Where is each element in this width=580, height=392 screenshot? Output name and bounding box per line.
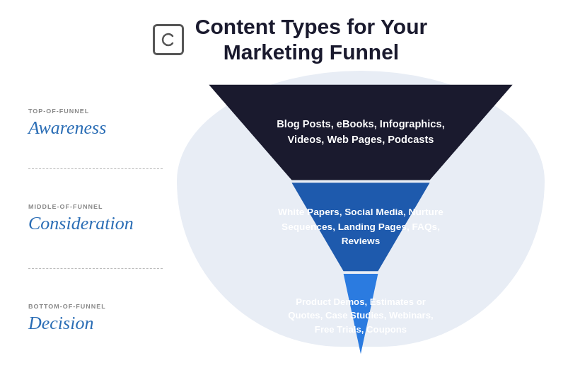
- funnel-wrapper: Blog Posts, eBooks, Infographics, Videos…: [163, 78, 559, 361]
- consideration-label: MIDDLE-OF-FUNNEL Consideration: [21, 169, 163, 268]
- consideration-tag: MIDDLE-OF-FUNNEL: [28, 203, 103, 210]
- awareness-content: Blog Posts, eBooks, Infographics, Videos…: [250, 91, 471, 173]
- awareness-tag: TOP-OF-FUNNEL: [28, 108, 89, 115]
- page-title: Content Types for Your Marketing Funnel: [195, 14, 427, 65]
- funnel-column: Blog Posts, eBooks, Infographics, Videos…: [163, 78, 559, 361]
- decision-content: Product Demos, Estimates or Quotes, Case…: [278, 275, 443, 357]
- main-content: TOP-OF-FUNNEL Awareness MIDDLE-OF-FUNNEL…: [0, 78, 580, 368]
- decision-name: Decision: [28, 313, 93, 334]
- funnel-svg: Blog Posts, eBooks, Infographics, Videos…: [191, 78, 530, 361]
- consideration-name: Consideration: [28, 213, 134, 234]
- awareness-name: Awareness: [28, 117, 106, 139]
- header: Content Types for Your Marketing Funnel: [153, 14, 427, 65]
- consideration-content: White Papers, Social Media, Nurture Sequ…: [264, 185, 457, 267]
- labels-column: TOP-OF-FUNNEL Awareness MIDDLE-OF-FUNNEL…: [21, 78, 163, 368]
- decision-label: BOTTOM-OF-FUNNEL Decision: [21, 269, 163, 368]
- awareness-label: TOP-OF-FUNNEL Awareness: [21, 78, 163, 168]
- logo-icon: [153, 24, 184, 55]
- decision-tag: BOTTOM-OF-FUNNEL: [28, 303, 106, 310]
